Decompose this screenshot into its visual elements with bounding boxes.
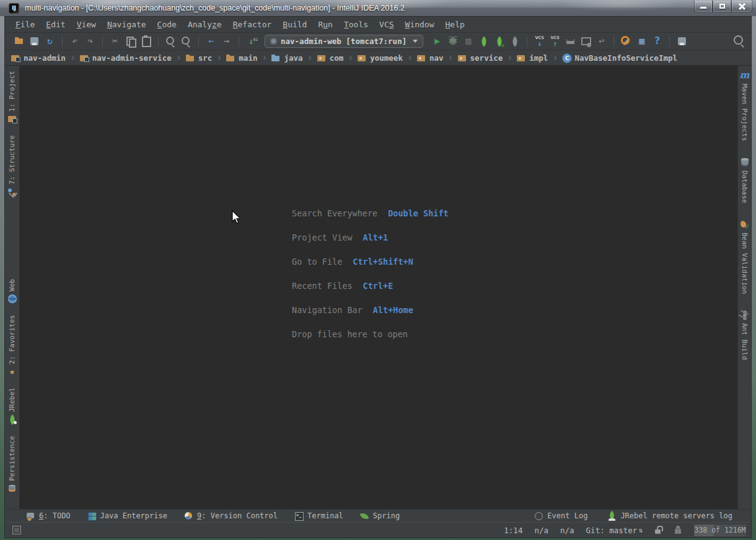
jrebel-debug-icon[interactable]	[492, 34, 506, 49]
package-icon	[458, 54, 467, 62]
spring-button[interactable]: Spring	[360, 511, 400, 521]
shortcut-row: Navigation Bar Alt+Home	[292, 298, 449, 322]
project-structure-icon[interactable]: ▦	[635, 34, 649, 49]
menu-file[interactable]: File	[10, 17, 40, 33]
vcs-commit-icon[interactable]: ↑	[548, 34, 562, 49]
breadcrumb-item[interactable]: main	[212, 52, 257, 63]
minimize-button[interactable]	[694, 1, 713, 12]
tool-button-persistence[interactable]: Persistence	[7, 436, 17, 494]
run-configuration-select[interactable]: nav-admin-web [tomcat7:run]	[265, 35, 423, 48]
toolwindow-toggle-icon[interactable]	[12, 526, 21, 534]
memory-indicator[interactable]: 338 of 1216M	[694, 525, 746, 536]
window-title: multi-navigation - [C:\Users\zhangchaohu…	[25, 4, 405, 12]
hector-inspector-icon[interactable]	[674, 526, 682, 534]
forward-icon[interactable]: →	[219, 34, 234, 49]
line-separator-indicator[interactable]: n/a	[534, 526, 548, 535]
todo-button[interactable]: 6: TODO	[26, 511, 71, 521]
tool-button-project[interactable]: 1: Project	[7, 71, 17, 124]
coverage-icon[interactable]: ▨	[461, 34, 475, 49]
event-log-button[interactable]: Event Log	[534, 511, 587, 521]
jrebel-run-icon[interactable]	[477, 34, 491, 49]
encoding-indicator[interactable]: n/a	[560, 526, 574, 535]
editor-area[interactable]: Search Everywhere Double Shift Project V…	[20, 66, 737, 509]
favorites-icon	[7, 366, 17, 376]
close-button[interactable]	[731, 1, 752, 12]
separator	[198, 36, 199, 46]
redo-icon[interactable]: ↷	[83, 34, 97, 49]
undo-icon[interactable]: ↶	[68, 34, 82, 49]
rollback-icon[interactable]: ↩	[594, 34, 609, 49]
tool-button-structure[interactable]: 7: Structure	[7, 135, 17, 197]
breadcrumb-item[interactable]: nav-admin	[11, 53, 66, 63]
jrebel-log-button[interactable]: JRebel remote servers log	[607, 511, 732, 521]
menu-help[interactable]: Help	[440, 17, 470, 33]
git-branch-widget[interactable]: Git: master ⇅	[586, 526, 643, 535]
main-toolbar: ↻↶↷✂←→↓ nav-admin-web [tomcat7:run] ▶▨↓↑…	[5, 33, 751, 50]
jrebel-save-icon[interactable]	[675, 34, 689, 49]
tool-button-web[interactable]: Web	[7, 279, 17, 304]
settings-icon[interactable]	[619, 34, 633, 49]
shelve-icon[interactable]	[563, 34, 578, 49]
tool-button-ant-build[interactable]: Ant Build	[740, 310, 750, 360]
tool-button-database[interactable]: Database	[740, 157, 750, 203]
run-icon[interactable]: ▶	[430, 34, 444, 49]
menu-navigate[interactable]: Navigate	[102, 17, 152, 33]
menu-refactor[interactable]: Refactor	[227, 17, 278, 33]
tool-button-bean-validation[interactable]: Bean Validation	[740, 219, 750, 294]
separator	[158, 36, 159, 46]
unlocked-padlock-icon[interactable]	[654, 526, 662, 534]
open-icon[interactable]	[12, 34, 26, 49]
menu-window[interactable]: Window	[400, 17, 440, 33]
run-config-label: nav-admin-web [tomcat7:run]	[281, 37, 407, 46]
breadcrumb-item[interactable]: service	[444, 52, 503, 63]
save-icon[interactable]	[27, 34, 42, 49]
cut-icon[interactable]: ✂	[108, 34, 122, 49]
tool-button-favorites[interactable]: 2: Favorites	[7, 315, 17, 376]
spring-icon	[360, 511, 369, 521]
help-icon[interactable]: ?	[650, 34, 664, 49]
persistence-icon	[7, 484, 17, 494]
breadcrumb-item[interactable]: com	[303, 52, 344, 63]
run-config-gear-icon	[270, 38, 277, 45]
menu-run[interactable]: Run	[312, 17, 338, 33]
menu-build[interactable]: Build	[277, 17, 312, 33]
menu-analyze[interactable]: Analyze	[182, 17, 227, 33]
menu-code[interactable]: Code	[152, 17, 182, 33]
breadcrumb-item[interactable]: nav	[403, 52, 444, 63]
menu-view[interactable]: View	[71, 17, 102, 33]
version-control-button[interactable]: 9: Version Control	[184, 511, 278, 521]
menu-vcs[interactable]: VCS	[374, 17, 399, 33]
replace-icon[interactable]	[179, 34, 193, 49]
terminal-icon	[294, 511, 304, 521]
breadcrumb-item[interactable]: src	[172, 52, 213, 63]
breadcrumb-item[interactable]: impl	[503, 52, 548, 63]
breadcrumb-item[interactable]: java	[257, 52, 302, 63]
menu-edit[interactable]: Edit	[40, 17, 71, 33]
toolbar-search-icon[interactable]	[731, 34, 747, 49]
vcs-update-icon[interactable]: ↓	[532, 34, 547, 49]
back-icon[interactable]: ←	[204, 34, 218, 49]
jrebel-disabled-icon[interactable]	[508, 34, 522, 49]
separator	[102, 36, 103, 46]
sync-icon[interactable]: ↻	[43, 34, 57, 49]
caret-position[interactable]: 1:14	[504, 526, 522, 535]
debug-icon[interactable]	[446, 34, 460, 49]
title-bar[interactable]: IJ multi-navigation - [C:\Users\zhangcha…	[0, 0, 756, 16]
breadcrumb-item[interactable]: NavBaseInfoServiceImpl	[548, 52, 677, 63]
java-enterprise-button[interactable]: Java Enterprise	[87, 511, 167, 521]
paste-icon[interactable]	[139, 34, 153, 49]
tool-button-maven-projects[interactable]: Maven Projects	[740, 71, 750, 141]
menu-tools[interactable]: Tools	[338, 17, 374, 33]
bytecode-sort-icon[interactable]: ↓	[244, 34, 258, 49]
tool-button-jrebel[interactable]: JRebel	[7, 387, 17, 425]
package-icon	[317, 54, 327, 62]
terminal-button[interactable]: Terminal	[294, 511, 343, 521]
find-icon[interactable]	[164, 34, 178, 49]
breadcrumb-item[interactable]: nav-admin-service	[66, 52, 172, 63]
maximize-button[interactable]	[713, 1, 731, 12]
history-icon[interactable]	[579, 34, 593, 49]
breadcrumb-item[interactable]: youmeek	[343, 52, 403, 63]
copy-icon[interactable]	[123, 34, 138, 49]
project-icon	[7, 114, 17, 124]
module-icon	[80, 54, 89, 62]
